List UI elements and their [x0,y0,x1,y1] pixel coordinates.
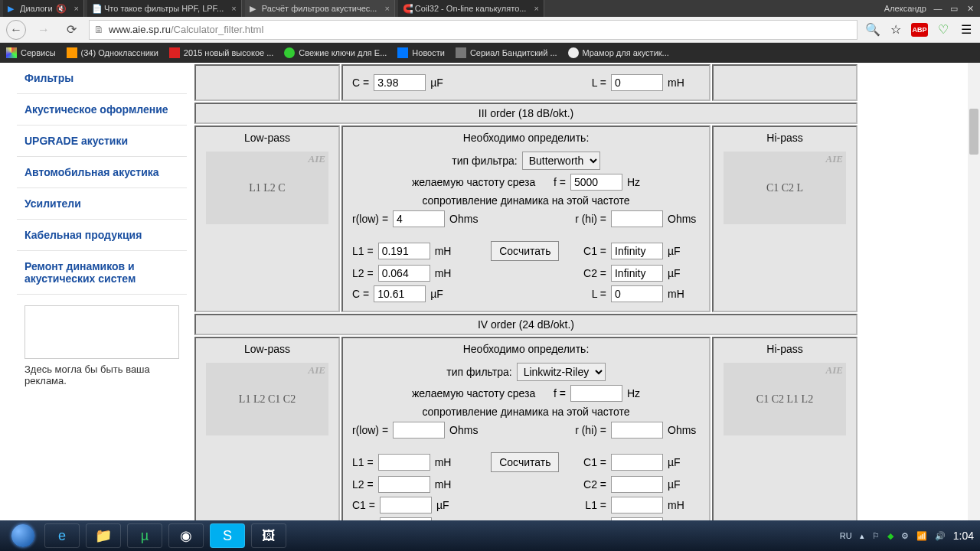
zoom-icon[interactable]: 🔍 [865,22,880,37]
f-eq: f = [554,387,566,399]
rhi-input-4[interactable] [611,422,663,439]
l1r-input-4[interactable] [611,497,663,514]
forward-button[interactable]: → [34,20,54,40]
taskbar-app-torrent[interactable]: µ [127,523,162,548]
browser-tab-3[interactable]: 🧲 Coil32 - On-line калькулято... × [398,0,544,17]
bookmark-6[interactable]: Мрамор для акустик... [568,47,669,58]
c1-label: C1 = [583,245,606,257]
lang-indicator[interactable]: RU [840,531,852,540]
page-scrollbar[interactable] [968,63,980,520]
play-icon: ▶ [8,4,17,13]
l1-label: L1 = [352,245,374,257]
rhi-input-3[interactable] [611,210,663,227]
sidebar-item-2[interactable]: UPGRADE акустики [17,126,187,157]
l1-input-3[interactable] [378,243,430,259]
browser-tab-2[interactable]: ▶ Расчёт фильтров акустичес... × [245,0,395,17]
tray-up-icon[interactable]: ▴ [860,531,864,541]
site-info-icon[interactable]: 🗎 [94,24,104,35]
apps-button[interactable]: Сервисы [6,47,56,58]
freq-input-3[interactable] [570,174,622,191]
url-path: /Calculator_filter.html [171,24,263,35]
unit: mH [435,456,467,468]
filter-type-select-3[interactable]: Butterworth [522,152,600,170]
filter-type-label: тип фильтра: [452,155,517,167]
sidebar-item-1[interactable]: Акустическое оформление [17,94,187,126]
l-input[interactable] [611,74,663,91]
tray-network-icon[interactable]: 📶 [916,531,927,541]
tab-label: Что такое фильтры HPF, LPF... [104,4,224,13]
filter-type-select-4[interactable]: Linkwitz-Riley [517,363,606,381]
address-bar: ← → ⟳ 🗎 www.aie.sp.ru/Calculator_filter.… [0,17,980,43]
bookmark-3[interactable]: Свежие ключи для E... [284,47,387,58]
c2r-input-4[interactable] [611,476,663,493]
bookmark-5[interactable]: Сериал Бандитский ... [456,47,557,58]
l2-input-3[interactable] [378,265,430,282]
imp-label: сопротивление динамика на этой частоте [422,406,629,418]
close-icon[interactable]: × [529,4,538,13]
calc-button-4[interactable]: Сосчитать [491,452,559,472]
mute-icon[interactable]: 🔇 [56,4,67,14]
close-icon[interactable]: × [70,4,79,13]
bookmark-4[interactable]: Новости [397,47,445,58]
sidebar-item-3[interactable]: Автомобильная акустика [17,157,187,188]
windows-orb-icon [11,524,34,547]
tray-gear-icon[interactable]: ⚙ [901,531,909,541]
scroll-thumb[interactable] [969,109,978,155]
maximize-icon[interactable]: ▭ [947,4,961,14]
bookmark-2[interactable]: 2015 новый высокое ... [169,47,274,58]
clock[interactable]: 1:04 [953,530,974,542]
bookmark-1[interactable]: (34) Одноклассники [67,47,158,58]
freq-input-4[interactable] [570,385,622,402]
menu-icon[interactable]: ☰ [959,22,974,37]
taskbar-app-skype[interactable]: S [210,523,245,548]
tray-solve-icon[interactable]: ⚐ [872,531,880,541]
sidebar-item-5[interactable]: Кабельная продукция [17,220,187,251]
unit: mH [668,499,700,511]
shield-icon[interactable]: ♡ [936,22,951,37]
hz: Hz [627,387,640,399]
tray-kis-icon[interactable]: ◆ [887,531,893,541]
sidebar-item-6[interactable]: Ремонт динамиков и акустических систем [17,251,187,295]
c-input-3[interactable] [374,285,426,302]
sidebar-item-4[interactable]: Усилители [17,188,187,220]
schematic-lowpass-3: AIEL1 L2 C [206,152,328,224]
l1-input-4[interactable] [378,454,430,471]
taskbar-app-chrome[interactable]: ◉ [168,523,204,548]
reload-button[interactable]: ⟳ [61,20,81,40]
browser-tab-0[interactable]: ▶ Диалоги 🔇 × [3,0,84,17]
c1-input-3[interactable] [611,243,663,259]
url-input[interactable]: 🗎 www.aie.sp.ru/Calculator_filter.html [89,20,858,40]
hipass-title: Hi-pass [718,343,851,355]
rhi-label: r (hi) = [575,424,606,436]
sidebar-item-0[interactable]: Фильтры [17,63,187,94]
star-icon[interactable]: ☆ [888,22,903,37]
l2-label: L2 = [352,478,374,491]
imp-label: сопротивление динамика на этой частоте [422,194,629,207]
c-input[interactable] [374,74,426,91]
start-button[interactable] [6,522,40,549]
minimize-icon[interactable]: — [931,4,945,13]
c1l-input-4[interactable] [380,497,432,514]
unit: mH [668,288,700,300]
taskbar-app-explorer[interactable]: 📁 [86,523,121,548]
sidebar: Фильтры Акустическое оформление UPGRADE … [17,63,187,520]
l2-input-4[interactable] [378,476,430,493]
browser-tab-1[interactable]: 📄 Что такое фильтры HPF, LPF... × [87,0,242,17]
adblock-icon[interactable]: ABP [911,23,928,37]
unit: µF [668,478,700,491]
close-icon[interactable]: × [380,4,389,13]
rlow-input-3[interactable] [393,210,445,227]
close-window-icon[interactable]: ✕ [963,4,977,14]
tray-volume-icon[interactable]: 🔊 [935,531,946,541]
c1r-input-4[interactable] [611,454,663,471]
close-icon[interactable]: × [227,4,236,13]
taskbar-app-ie[interactable]: e [44,523,80,548]
define-label: Необходимо определить: [348,343,704,355]
l-input-3[interactable] [611,285,663,302]
rlow-input-4[interactable] [393,422,445,439]
back-button[interactable]: ← [6,20,26,40]
calc-button-3[interactable]: Сосчитать [491,241,559,261]
taskbar-app-photos[interactable]: 🖼 [251,523,286,548]
rlow-label: r(low) = [352,213,388,225]
c2-input-3[interactable] [611,265,663,282]
